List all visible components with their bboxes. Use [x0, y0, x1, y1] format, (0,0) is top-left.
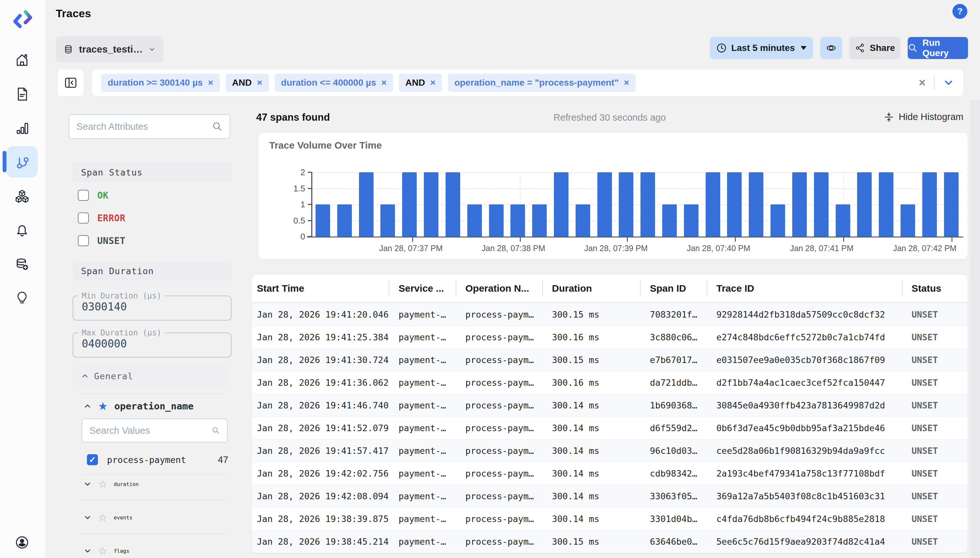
- histogram-bar[interactable]: [857, 172, 872, 236]
- search-attributes-field[interactable]: [69, 114, 230, 139]
- histogram-bar[interactable]: [619, 172, 633, 236]
- star-filled-icon[interactable]: ★: [98, 400, 108, 412]
- search-values-input[interactable]: [90, 425, 212, 436]
- column-header-status[interactable]: Status: [902, 283, 968, 294]
- general-section-header[interactable]: General: [73, 366, 227, 386]
- expand-chevron-icon[interactable]: [943, 77, 954, 88]
- attribute-group-events[interactable]: ☆events: [83, 511, 132, 524]
- table-row[interactable]: Jan 28, 2026 19:41:52.079payment-…proces…: [252, 417, 968, 439]
- max-duration-input[interactable]: [82, 337, 211, 350]
- histogram-bar[interactable]: [316, 204, 330, 236]
- histogram-bar[interactable]: [836, 204, 850, 236]
- histogram-bar[interactable]: [662, 204, 677, 236]
- search-values-field[interactable]: [82, 419, 227, 443]
- histogram-bar[interactable]: [576, 204, 590, 236]
- chevron-down-icon[interactable]: [83, 547, 92, 555]
- chip-remove-icon[interactable]: ×: [257, 77, 262, 88]
- filter-chip[interactable]: AND×: [226, 74, 269, 92]
- attribute-value-row[interactable]: ✓process-payment47: [87, 454, 228, 465]
- histogram-bar[interactable]: [489, 204, 504, 236]
- span-status-option[interactable]: OK: [78, 189, 126, 201]
- filter-chip[interactable]: operation_name = "process-payment"×: [448, 74, 636, 92]
- column-header-duration[interactable]: Duration: [542, 283, 640, 294]
- span-status-option[interactable]: UNSET: [78, 235, 126, 246]
- histogram-bar[interactable]: [792, 172, 807, 236]
- histogram-bar[interactable]: [879, 172, 893, 236]
- table-row[interactable]: Jan 28, 2026 19:41:30.724payment-…proces…: [252, 348, 968, 371]
- checkbox-checked-icon[interactable]: ✓: [87, 454, 98, 465]
- checkbox-unchecked-icon[interactable]: [78, 212, 89, 223]
- column-header-trace-id[interactable]: Trace ID: [707, 283, 902, 294]
- histogram-bar[interactable]: [402, 172, 417, 236]
- table-row[interactable]: Jan 28, 2026 19:41:20.046payment-…proces…: [252, 303, 968, 326]
- histogram-bar[interactable]: [359, 172, 374, 236]
- vertical-scrollbar[interactable]: [970, 100, 980, 558]
- app-logo[interactable]: [10, 7, 35, 32]
- column-header-service-name[interactable]: Service ...: [389, 283, 456, 294]
- sidebar-item-traces[interactable]: [7, 146, 38, 177]
- histogram-bar[interactable]: [510, 204, 525, 236]
- table-row[interactable]: Jan 28, 2026 19:42:08.094payment-…proces…: [252, 485, 968, 507]
- chip-remove-icon[interactable]: ×: [381, 77, 386, 88]
- table-row[interactable]: Jan 28, 2026 19:42:02.756payment-…proces…: [252, 462, 968, 485]
- table-row[interactable]: Jan 28, 2026 19:38:39.875payment-…proces…: [252, 507, 968, 530]
- attribute-group-duration[interactable]: ☆duration: [83, 478, 139, 491]
- histogram-bar[interactable]: [337, 204, 352, 236]
- operation-name-group-header[interactable]: ★ operation_name: [83, 400, 194, 413]
- histogram-bar[interactable]: [467, 204, 482, 236]
- collapse-panel-button[interactable]: [58, 69, 83, 96]
- histogram-bar[interactable]: [944, 172, 959, 236]
- datasource-select[interactable]: traces_testi…: [56, 36, 164, 62]
- min-duration-input[interactable]: [82, 300, 211, 313]
- histogram-bar[interactable]: [554, 172, 568, 236]
- chevron-up-icon[interactable]: [83, 402, 92, 410]
- table-row[interactable]: Jan 28, 2026 19:41:25.384payment-…proces…: [252, 326, 968, 348]
- histogram-bar[interactable]: [814, 172, 829, 236]
- table-row[interactable]: Jan 28, 2026 19:41:46.740payment-…proces…: [252, 394, 968, 417]
- chip-remove-icon[interactable]: ×: [430, 77, 435, 88]
- histogram-bar[interactable]: [445, 172, 460, 236]
- time-range-button[interactable]: Last 5 minutes: [710, 37, 813, 59]
- clear-filters-icon[interactable]: ×: [919, 77, 926, 89]
- histogram-bar[interactable]: [640, 172, 655, 236]
- attribute-group-flags[interactable]: ☆flags: [83, 544, 129, 557]
- chip-remove-icon[interactable]: ×: [208, 77, 213, 88]
- histogram-bar[interactable]: [901, 204, 915, 236]
- histogram-bar[interactable]: [424, 172, 438, 236]
- sidebar-item-alerts[interactable]: [7, 215, 38, 246]
- star-outline-icon[interactable]: ☆: [98, 479, 107, 489]
- histogram-bar[interactable]: [706, 172, 720, 236]
- histogram-bar[interactable]: [922, 172, 937, 236]
- checkbox-unchecked-icon[interactable]: [78, 235, 89, 246]
- sidebar-item-metrics[interactable]: [7, 112, 38, 143]
- search-attributes-input[interactable]: [77, 121, 212, 132]
- histogram-bar[interactable]: [597, 172, 612, 236]
- filter-chip[interactable]: duration <= 400000 µs×: [275, 74, 393, 92]
- star-outline-icon[interactable]: ☆: [98, 512, 107, 523]
- chevron-down-icon[interactable]: [83, 514, 92, 521]
- sidebar-item-home[interactable]: [7, 44, 38, 75]
- sidebar-item-logs[interactable]: [7, 78, 38, 109]
- histogram-bar[interactable]: [380, 204, 395, 236]
- histogram-bar[interactable]: [684, 204, 699, 236]
- filter-chip[interactable]: duration >= 300140 µs×: [101, 74, 220, 92]
- column-header-operation-name[interactable]: Operation N...: [456, 283, 542, 294]
- hide-histogram-button[interactable]: Hide Histogram: [884, 112, 964, 122]
- view-options-button[interactable]: [820, 37, 842, 59]
- histogram-bar[interactable]: [749, 172, 763, 236]
- checkbox-unchecked-icon[interactable]: [78, 190, 89, 201]
- table-row[interactable]: Jan 28, 2026 19:38:45.214payment-…proces…: [252, 530, 968, 553]
- star-outline-icon[interactable]: ☆: [98, 546, 107, 556]
- table-row[interactable]: Jan 28, 2026 19:41:57.417payment-…proces…: [252, 439, 968, 462]
- run-query-button[interactable]: Run Query: [908, 37, 968, 59]
- histogram-bar[interactable]: [771, 204, 785, 236]
- chip-remove-icon[interactable]: ×: [624, 77, 629, 88]
- column-header-span-id[interactable]: Span ID: [640, 283, 707, 294]
- span-status-option[interactable]: ERROR: [78, 212, 126, 224]
- table-row[interactable]: Jan 28, 2026 19:41:36.062payment-…proces…: [252, 371, 968, 394]
- share-button[interactable]: Share: [849, 37, 901, 59]
- histogram-bar[interactable]: [727, 172, 742, 236]
- query-filter-bar[interactable]: duration >= 300140 µs×AND×duration <= 40…: [92, 69, 963, 96]
- sidebar-item-services[interactable]: [7, 181, 38, 212]
- column-header-start-time[interactable]: Start Time: [252, 283, 389, 294]
